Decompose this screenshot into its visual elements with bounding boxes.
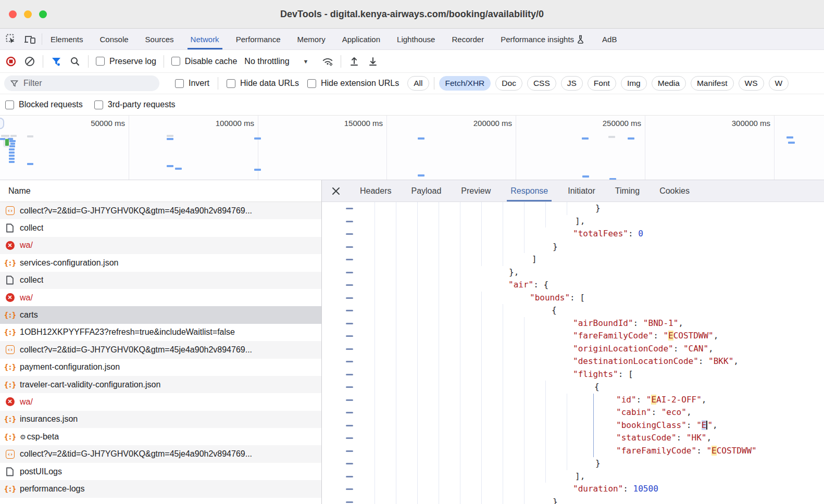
code-fold-marker[interactable]: [346, 399, 353, 401]
tab-performance[interactable]: Performance: [228, 29, 289, 49]
code-fold-marker[interactable]: [346, 272, 353, 273]
close-detail-icon[interactable]: [322, 180, 350, 201]
disable-cache-checkbox[interactable]: Disable cache: [171, 57, 238, 66]
code-fold-marker[interactable]: [346, 450, 353, 452]
code-fold-marker[interactable]: [346, 335, 353, 337]
detail-tab-response[interactable]: Response: [501, 180, 558, 201]
detail-tab-initiator[interactable]: Initiator: [558, 180, 605, 201]
request-row[interactable]: {:}services-configuration.json: [0, 254, 321, 271]
code-fold-marker[interactable]: [346, 221, 353, 222]
filter-toggle-icon[interactable]: [51, 56, 62, 67]
request-row[interactable]: {:}1OBH12XKPYYFFA23?refresh=true&include…: [0, 324, 321, 341]
code-fold-marker[interactable]: [346, 208, 353, 209]
hide-extension-urls-checkbox[interactable]: Hide extension URLs: [307, 79, 399, 88]
chip-img[interactable]: Img: [621, 76, 647, 91]
filter-input[interactable]: Filter: [4, 75, 159, 91]
tab-elements[interactable]: Elements: [42, 29, 92, 49]
request-row[interactable]: {:}insurances.json: [0, 411, 321, 428]
request-row[interactable]: collect: [0, 219, 321, 236]
request-row[interactable]: {:}payment-configuration.json: [0, 359, 321, 376]
chip-manifest[interactable]: Manifest: [691, 76, 734, 91]
detail-tab-cookies[interactable]: Cookies: [650, 180, 700, 201]
hide-data-urls-checkbox[interactable]: Hide data URLs: [227, 79, 299, 88]
checkbox-box[interactable]: [307, 79, 316, 88]
request-row[interactable]: {:}performance-logs: [0, 480, 321, 497]
detail-tab-preview[interactable]: Preview: [451, 180, 501, 201]
request-row[interactable]: ✕wa/: [0, 289, 321, 306]
request-row[interactable]: ‹›collect?v=2&tid=G-JH7YGHV0KQ&gtm=45je4…: [0, 445, 321, 462]
tab-network[interactable]: Network: [182, 29, 228, 49]
code-fold-marker[interactable]: [346, 437, 353, 439]
code-fold-marker[interactable]: [346, 348, 353, 350]
request-row[interactable]: {:}traveler-cart-validity-configuration.…: [0, 376, 321, 393]
checkbox-box[interactable]: [94, 100, 103, 109]
inspect-element-icon[interactable]: [5, 33, 17, 45]
chip-media[interactable]: Media: [652, 76, 686, 91]
network-overview-timeline[interactable]: 50000 ms100000 ms150000 ms200000 ms25000…: [0, 116, 824, 180]
request-row[interactable]: postUILogs: [0, 463, 321, 480]
chip-w[interactable]: W: [769, 76, 789, 91]
request-row[interactable]: ✕wa/: [0, 393, 321, 410]
network-conditions-icon[interactable]: [322, 56, 333, 67]
checkbox-box[interactable]: [5, 100, 14, 109]
code-fold-marker[interactable]: [346, 476, 353, 477]
code-fold-marker[interactable]: [346, 425, 353, 426]
tab-console[interactable]: Console: [92, 29, 137, 49]
tab-sources[interactable]: Sources: [137, 29, 182, 49]
response-body-viewer[interactable]: }],"totalFees": 0}]},"air": {"bounds": […: [322, 202, 824, 504]
request-row[interactable]: ✕wa/: [0, 237, 321, 254]
chip-js[interactable]: JS: [561, 76, 583, 91]
detail-tab-timing[interactable]: Timing: [605, 180, 650, 201]
request-row[interactable]: ‹›collect?v=2&tid=G-JH7YGHV0KQ&gtm=45je4…: [0, 202, 321, 219]
checkbox-box[interactable]: [171, 57, 180, 66]
blocked-requests-checkbox[interactable]: Blocked requests: [5, 100, 83, 109]
detail-tab-headers[interactable]: Headers: [350, 180, 401, 201]
tab-application[interactable]: Application: [334, 29, 389, 49]
tab-memory[interactable]: Memory: [289, 29, 334, 49]
preserve-log-checkbox[interactable]: Preserve log: [96, 57, 156, 66]
code-fold-marker[interactable]: [346, 374, 353, 375]
chip-ws[interactable]: WS: [739, 76, 764, 91]
tab-lighthouse[interactable]: Lighthouse: [389, 29, 443, 49]
code-fold-marker[interactable]: [346, 386, 353, 388]
invert-checkbox[interactable]: Invert: [175, 79, 209, 88]
request-row[interactable]: {:}carts: [0, 306, 321, 323]
chip-fetch-xhr[interactable]: Fetch/XHR: [439, 76, 491, 91]
checkbox-box[interactable]: [96, 57, 105, 66]
request-row[interactable]: {:}⚙csp-beta: [0, 428, 321, 445]
request-row[interactable]: collect: [0, 272, 321, 289]
request-row[interactable]: ‹›collect?v=2&tid=G-JH7YGHV0KQ&gtm=45je4…: [0, 341, 321, 358]
record-network-log-icon[interactable]: [5, 56, 17, 67]
throttling-select[interactable]: No throttling ▼: [244, 57, 308, 66]
code-fold-marker[interactable]: [346, 310, 353, 311]
detail-tab-payload[interactable]: Payload: [401, 180, 451, 201]
code-fold-marker[interactable]: [346, 323, 353, 324]
code-fold-marker[interactable]: [346, 259, 353, 260]
code-fold-marker[interactable]: [346, 233, 353, 235]
chip-doc[interactable]: Doc: [495, 76, 522, 91]
chip-css[interactable]: CSS: [527, 76, 556, 91]
tab-performance-insights[interactable]: Performance insights: [492, 29, 594, 49]
code-fold-marker[interactable]: [346, 412, 353, 413]
request-list-name-header[interactable]: Name: [0, 180, 321, 202]
chip-all[interactable]: All: [407, 76, 429, 91]
code-fold-marker[interactable]: [346, 297, 353, 299]
checkbox-box[interactable]: [227, 79, 235, 88]
chip-font[interactable]: Font: [588, 76, 616, 91]
tab-adb[interactable]: AdB: [594, 29, 625, 49]
import-har-icon[interactable]: [348, 56, 360, 67]
export-har-icon[interactable]: [367, 56, 379, 67]
search-icon[interactable]: [69, 56, 81, 67]
code-fold-marker[interactable]: [346, 246, 353, 248]
code-text: }: [595, 202, 601, 215]
device-toolbar-icon[interactable]: [24, 33, 35, 45]
clear-network-log-icon[interactable]: [24, 56, 35, 67]
code-fold-marker[interactable]: [346, 501, 353, 503]
third-party-requests-checkbox[interactable]: 3rd-party requests: [94, 100, 176, 109]
tab-recorder[interactable]: Recorder: [443, 29, 492, 49]
code-fold-marker[interactable]: [346, 284, 353, 286]
code-fold-marker[interactable]: [346, 488, 353, 490]
checkbox-box[interactable]: [175, 79, 184, 88]
code-fold-marker[interactable]: [346, 361, 353, 362]
code-fold-marker[interactable]: [346, 463, 353, 464]
